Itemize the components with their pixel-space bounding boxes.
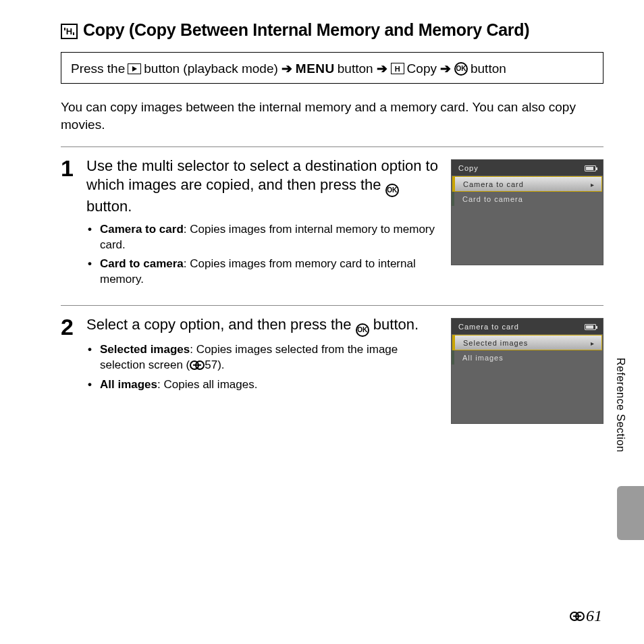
arrow-icon: ➔ <box>439 61 452 76</box>
step-2: 2 Select a copy option, and then press t… <box>61 306 603 437</box>
breadcrumb-path: Press the button (playback mode) ➔ MENU … <box>61 52 603 84</box>
page-number: 61 <box>570 607 602 625</box>
playback-icon <box>128 63 141 74</box>
screen-item-selected: Camera to card▸ <box>452 176 602 192</box>
step-1: 1 Use the multi selector to select a des… <box>61 147 603 305</box>
step-number: 2 <box>61 315 86 424</box>
copy-icon: H <box>61 24 78 39</box>
screen-title: Camera to card <box>458 323 519 331</box>
screen-item: All images <box>452 350 603 365</box>
ok-icon: OK <box>454 62 468 76</box>
bullet-item: All images: Copies all images. <box>97 377 440 393</box>
screen-title: Copy <box>458 164 479 172</box>
reference-link-icon <box>570 612 585 620</box>
screen-header: Copy <box>452 160 603 176</box>
chevron-right-icon: ▸ <box>591 181 595 188</box>
copy-icon: H <box>391 63 404 74</box>
bullet-item: Camera to card: Copies images from inter… <box>97 222 440 253</box>
nav-text: button <box>338 61 373 76</box>
step-number: 1 <box>61 157 86 292</box>
screen-item-selected: Selected images▸ <box>452 335 602 350</box>
section-tab-label: Reference Section <box>614 358 626 452</box>
bullet-item: Card to camera: Copies images from memor… <box>97 257 440 288</box>
battery-icon <box>585 324 596 330</box>
arrow-icon: ➔ <box>376 61 388 76</box>
page-title: Copy (Copy Between Internal Memory and M… <box>83 20 529 40</box>
section-tab <box>617 486 644 540</box>
chevron-right-icon: ▸ <box>591 340 595 347</box>
ok-icon: OK <box>385 184 399 197</box>
nav-text: Press the <box>71 61 125 76</box>
section-heading: H Copy (Copy Between Internal Memory and… <box>61 20 603 40</box>
arrow-icon: ➔ <box>281 61 293 76</box>
step-title: Use the multi selector to select a desti… <box>86 157 440 216</box>
camera-screen-camera-to-card: Camera to card Selected images▸ All imag… <box>451 318 603 424</box>
nav-text: Copy <box>407 61 437 76</box>
screen-item: Card to camera <box>452 192 603 206</box>
menu-label: MENU <box>296 61 335 76</box>
screen-header: Camera to card <box>452 319 603 334</box>
camera-screen-copy: Copy Camera to card▸ Card to camera <box>451 159 603 265</box>
ok-icon: OK <box>356 323 369 337</box>
intro-text: You can copy images between the internal… <box>61 99 603 133</box>
reference-link-icon <box>190 360 205 369</box>
battery-icon <box>585 165 596 171</box>
nav-text: button <box>471 61 506 76</box>
nav-text: button (playback mode) <box>144 61 278 76</box>
step-title: Select a copy option, and then press the… <box>86 315 440 337</box>
bullet-item: Selected images: Copies images selected … <box>97 342 440 373</box>
